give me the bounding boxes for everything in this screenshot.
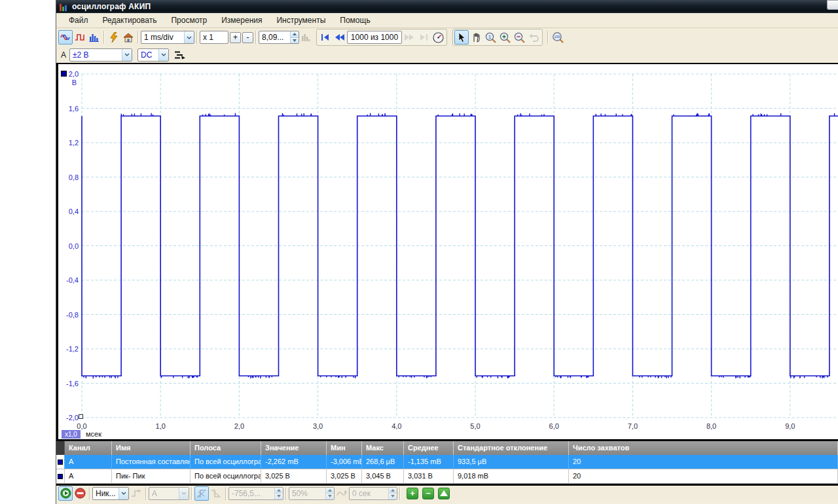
- app-icon: [60, 3, 68, 11]
- y-tick-label: 1,6: [69, 105, 79, 113]
- scale-field[interactable]: x 1: [200, 31, 228, 44]
- x-tick-label: 9,0: [785, 422, 795, 430]
- measurements-header-row: КаналИмяПолосаЗначениеМинМаксСреднееСтан…: [56, 441, 838, 455]
- run-button[interactable]: [58, 486, 73, 501]
- histogram-drag-button: [299, 30, 314, 45]
- menu-file[interactable]: Файл: [62, 14, 96, 27]
- channel-a-label: A: [61, 50, 66, 60]
- menu-measurements[interactable]: Измерения: [214, 14, 269, 27]
- zoom-actual-button[interactable]: 1: [483, 30, 498, 45]
- spinner-arrows: [388, 488, 397, 499]
- scope-mode-button[interactable]: [58, 30, 73, 45]
- measurement-row[interactable]: AПостоянная составляющаяПо всей осциллог…: [56, 455, 838, 469]
- histogram-hand-icon: [301, 33, 312, 42]
- measurement-cell[interactable]: -1,135 mB: [404, 455, 454, 469]
- column-header[interactable]: Стандартное отклонение: [454, 441, 569, 455]
- measurement-cell[interactable]: 3,031 В: [404, 469, 454, 484]
- oscillogram-panel[interactable]: 2,01,61,20,80,40,0-0,4-0,8-1,2-1,6-2,0B0…: [56, 63, 838, 441]
- column-header[interactable]: Полоса: [191, 441, 261, 455]
- column-header[interactable]: Макс: [362, 441, 404, 455]
- toolbar-separator: [137, 31, 139, 44]
- trigger-mode-select[interactable]: Ник...: [92, 487, 129, 500]
- chevron-down-icon: [158, 49, 168, 61]
- measurement-cell[interactable]: Пик- Пик: [112, 469, 191, 484]
- column-header[interactable]: Мин: [327, 441, 362, 455]
- stop-button[interactable]: [73, 486, 87, 501]
- offset-spinner[interactable]: 8,09...: [259, 31, 299, 44]
- measurement-cell[interactable]: A: [65, 469, 112, 484]
- zoom-100-button[interactable]: 100: [551, 30, 565, 45]
- toolbar-separator: [255, 31, 257, 44]
- measurement-cell[interactable]: 9,018 mB: [454, 469, 569, 484]
- trigger-rising-button[interactable]: [194, 486, 209, 501]
- home-button[interactable]: [121, 30, 136, 45]
- toolbar-separator: [89, 487, 90, 500]
- menu-bar: Файл Редактировать Просмотр Измерения Ин…: [56, 13, 838, 28]
- measurement-cell[interactable]: 933,5 μB: [454, 455, 569, 469]
- menu-view[interactable]: Просмотр: [164, 14, 214, 27]
- zoom-out-button[interactable]: [512, 30, 526, 45]
- step-back-button[interactable]: [333, 30, 347, 45]
- record-position-field[interactable]: 1000 из 1000: [347, 31, 402, 44]
- zoom-in-button[interactable]: [498, 30, 512, 45]
- measurement-cell[interactable]: 3,025 В: [261, 469, 327, 484]
- measurement-cell[interactable]: -2,262 mB: [261, 455, 327, 469]
- column-header[interactable]: Значение: [261, 441, 327, 455]
- column-header[interactable]: Число захватов: [569, 441, 838, 455]
- measurement-cell[interactable]: По всей осциллограмме: [191, 455, 261, 469]
- measurement-cell[interactable]: 3,045 В: [362, 469, 404, 484]
- channel-color-square: [58, 474, 63, 479]
- channel-range-select[interactable]: ±2 В: [69, 48, 132, 62]
- export-measurement-button[interactable]: [438, 488, 450, 499]
- zoom-hundred-text: 100: [554, 35, 560, 39]
- x-scale-badge[interactable]: x1,0: [62, 430, 81, 439]
- measurement-row[interactable]: AПик- ПикПо всей осциллограмме3,025 В3,0…: [56, 469, 838, 484]
- window-controls-fragment[interactable]: [827, 0, 838, 10]
- grid-lines: [82, 74, 838, 418]
- remove-measurement-button[interactable]: −: [422, 488, 434, 499]
- select-tool-button[interactable]: [454, 30, 469, 45]
- add-measurement-button[interactable]: +: [407, 488, 418, 499]
- menu-tools[interactable]: Инструменты: [269, 14, 333, 27]
- measurement-cell[interactable]: По всей осциллограмме: [191, 469, 261, 484]
- scale-value: x 1: [203, 33, 213, 42]
- measurement-cell[interactable]: A: [65, 455, 112, 469]
- spectrum-mode-button[interactable]: [87, 30, 101, 45]
- oscillogram-plot[interactable]: 2,01,61,20,80,40,0-0,4-0,8-1,2-1,6-2,0B0…: [58, 64, 838, 439]
- title-bar[interactable]: осциллограф АКИП: [56, 0, 838, 13]
- measurement-cell[interactable]: 268,6 μB: [362, 455, 404, 469]
- column-header[interactable]: Канал: [65, 441, 112, 455]
- measurement-cell[interactable]: 20: [569, 469, 838, 484]
- pan-tool-button[interactable]: [469, 30, 483, 45]
- channel-coupling-select[interactable]: DC: [137, 48, 169, 62]
- y-tick-label: 2,0: [69, 70, 79, 78]
- measurement-cell[interactable]: -3,006 mB: [327, 455, 362, 469]
- spinner-arrows[interactable]: [290, 31, 299, 43]
- replay-speed-button[interactable]: [431, 30, 445, 45]
- x-tick-label: 6,0: [549, 422, 559, 430]
- autoset-button[interactable]: [107, 30, 121, 45]
- play-icon: [60, 488, 71, 499]
- trigger-level-value: -756,5...: [229, 488, 274, 499]
- menu-edit[interactable]: Редактировать: [96, 14, 164, 27]
- scale-increase-button[interactable]: +: [230, 32, 241, 43]
- go-first-button[interactable]: [318, 30, 333, 45]
- x-axis-unit-label: мсек: [86, 430, 101, 438]
- column-header[interactable]: Среднее: [404, 441, 454, 455]
- scale-decrease-button[interactable]: -: [242, 32, 253, 43]
- menu-help[interactable]: Помощь: [333, 14, 377, 27]
- hand-icon: [471, 33, 481, 43]
- trigger-mode-value: Ник...: [93, 488, 118, 499]
- fast-forward-icon: [404, 33, 414, 41]
- measurement-cell[interactable]: 20: [569, 455, 838, 469]
- measurement-cell[interactable]: Постоянная составляющая: [112, 455, 191, 469]
- y-axis-unit-label: B: [72, 79, 77, 86]
- channel-settings-button[interactable]: [173, 48, 187, 62]
- axis-origin-handle[interactable]: [79, 414, 83, 419]
- sine-wave-icon: [60, 33, 71, 42]
- timebase-select[interactable]: 1 ms/div: [141, 31, 194, 44]
- triangle-up-icon: [440, 490, 448, 496]
- measurement-cell[interactable]: 3,025 В: [327, 469, 362, 484]
- pulse-mode-button[interactable]: [73, 30, 87, 45]
- column-header[interactable]: Имя: [112, 441, 191, 455]
